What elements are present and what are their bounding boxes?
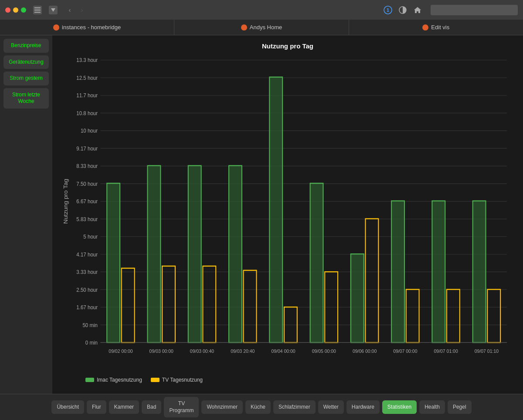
nav-btn-wohnzimmer[interactable]: Wohnzimmer xyxy=(201,400,242,414)
legend-color-tv xyxy=(151,378,160,382)
forward-button[interactable]: › xyxy=(77,5,87,15)
svg-text:1: 1 xyxy=(387,8,389,13)
back-button[interactable]: ‹ xyxy=(65,5,75,15)
svg-rect-56 xyxy=(244,270,257,343)
chart-title: Nutzung pro Tag xyxy=(59,42,516,50)
svg-rect-58 xyxy=(269,77,282,343)
svg-text:10.8 hour: 10.8 hour xyxy=(76,110,98,116)
sidebar-btn-strom-letzte-woche[interactable]: Strom letzte Woche xyxy=(3,88,49,109)
nav-btn-statistiken[interactable]: Statistiken xyxy=(382,400,417,414)
tab-icon-1 xyxy=(53,24,59,31)
password-icon[interactable]: 1 xyxy=(383,5,393,15)
nav-btn-kammer[interactable]: Kammer xyxy=(109,400,139,414)
svg-rect-66 xyxy=(351,254,364,342)
legend-item-imac: Imac Tagesnutzung xyxy=(85,377,142,383)
nav-btn-ubersicht[interactable]: Übersicht xyxy=(51,400,84,414)
svg-text:09/03 20:40: 09/03 20:40 xyxy=(231,348,255,354)
toolbar-icons: 1 xyxy=(383,5,518,15)
nav-btn-pegel[interactable]: Pegel xyxy=(448,400,472,414)
svg-text:0 min: 0 min xyxy=(85,339,98,346)
tab-andys-home[interactable]: Andys Home xyxy=(174,20,349,35)
sidebar: Benzinpreise Gerätenutzung Strom gestern… xyxy=(0,35,52,394)
nav-btn-wetter[interactable]: Wetter xyxy=(318,400,344,414)
svg-rect-42 xyxy=(107,183,120,342)
svg-rect-78 xyxy=(473,201,486,343)
svg-rect-80 xyxy=(487,290,500,343)
svg-rect-48 xyxy=(162,266,175,342)
svg-text:09/07 01:10: 09/07 01:10 xyxy=(475,348,499,354)
svg-rect-74 xyxy=(432,201,445,343)
chart-svg: 0 min50 min1.67 hour2.50 hour3.33 hour4.… xyxy=(59,55,516,373)
legend-item-tv: TV Tagesnutzung xyxy=(151,377,203,383)
browser-tabs: instances - homebridge Andys Home Edit v… xyxy=(0,20,523,35)
svg-rect-46 xyxy=(148,166,161,343)
svg-text:50 min: 50 min xyxy=(82,322,98,328)
chart-legend: Imac Tagesnutzung TV Tagesnutzung xyxy=(59,377,516,383)
svg-rect-0 xyxy=(34,7,41,8)
maximize-button[interactable] xyxy=(21,7,26,13)
sidebar-btn-benzinpreise[interactable]: Benzinpreise xyxy=(3,39,49,53)
traffic-lights xyxy=(5,7,26,13)
svg-rect-76 xyxy=(447,290,460,343)
bottom-nav: Übersicht Flur Kammer Bad TVProgramm Woh… xyxy=(0,394,523,420)
svg-text:7.50 hour: 7.50 hour xyxy=(76,181,98,187)
svg-text:09/05 00:00: 09/05 00:00 xyxy=(312,348,336,354)
dropdown-button[interactable] xyxy=(49,6,58,14)
search-input[interactable] xyxy=(431,5,518,15)
nav-btn-tv-programm[interactable]: TVProgramm xyxy=(164,397,199,417)
tab-instances-homebridge[interactable]: instances - homebridge xyxy=(0,20,174,35)
svg-text:09/07 01:00: 09/07 01:00 xyxy=(434,348,458,354)
svg-rect-72 xyxy=(406,290,419,343)
svg-text:9.17 hour: 9.17 hour xyxy=(76,145,98,152)
home-icon[interactable] xyxy=(412,5,423,15)
svg-rect-68 xyxy=(365,219,378,342)
tab-edit-vis[interactable]: Edit vis xyxy=(349,20,523,35)
svg-text:1.67 hour: 1.67 hour xyxy=(76,304,98,311)
legend-color-imac xyxy=(85,378,94,382)
svg-text:8.33 hour: 8.33 hour xyxy=(76,163,98,170)
svg-text:3.33 hour: 3.33 hour xyxy=(76,269,98,276)
svg-marker-3 xyxy=(51,8,55,12)
svg-rect-52 xyxy=(203,266,216,342)
contrast-icon[interactable] xyxy=(397,5,408,15)
nav-btn-hardware[interactable]: Hardware xyxy=(346,400,380,414)
nav-btn-health[interactable]: Health xyxy=(419,400,445,414)
nav-btn-schlafzimmer[interactable]: Schlafzimmer xyxy=(273,400,316,414)
sidebar-btn-strom-gestern[interactable]: Strom gestern xyxy=(3,72,49,85)
chart-area: Nutzung pro Tag 0 min50 min1.67 hour2.50… xyxy=(52,35,523,394)
svg-text:5 hour: 5 hour xyxy=(83,234,98,240)
svg-text:5.83 hour: 5.83 hour xyxy=(76,216,98,222)
close-button[interactable] xyxy=(5,7,10,13)
svg-rect-62 xyxy=(310,183,323,342)
svg-text:09/07 00:00: 09/07 00:00 xyxy=(393,348,417,354)
svg-text:12.5 hour: 12.5 hour xyxy=(76,75,98,81)
svg-text:10 hour: 10 hour xyxy=(81,128,98,134)
chart-container: 0 min50 min1.67 hour2.50 hour3.33 hour4.… xyxy=(59,55,516,373)
minimize-button[interactable] xyxy=(13,7,18,13)
svg-rect-1 xyxy=(34,10,41,10)
sidebar-btn-geraetenutzung[interactable]: Gerätenutzung xyxy=(3,55,49,69)
title-bar: ‹ › 1 xyxy=(0,0,523,20)
svg-text:13.3 hour: 13.3 hour xyxy=(76,57,98,64)
svg-text:6.67 hour: 6.67 hour xyxy=(76,198,98,205)
svg-text:09/03 00:40: 09/03 00:40 xyxy=(190,348,214,354)
nav-btn-kuche[interactable]: Küche xyxy=(245,400,271,414)
svg-text:4.17 hour: 4.17 hour xyxy=(76,251,98,258)
svg-text:09/06 00:00: 09/06 00:00 xyxy=(353,348,377,354)
nav-btn-flur[interactable]: Flur xyxy=(87,400,106,414)
svg-text:2.50 hour: 2.50 hour xyxy=(76,287,98,293)
svg-rect-70 xyxy=(391,201,404,343)
svg-rect-50 xyxy=(188,166,201,343)
svg-text:09/04 00:00: 09/04 00:00 xyxy=(271,348,295,354)
svg-text:09/02 00:00: 09/02 00:00 xyxy=(109,348,132,354)
svg-text:Nutzung pro Tag: Nutzung pro Tag xyxy=(63,179,69,224)
tab-icon-2 xyxy=(241,24,247,31)
svg-text:09/03 00:00: 09/03 00:00 xyxy=(149,348,173,354)
nav-buttons: ‹ › xyxy=(65,5,87,15)
svg-rect-44 xyxy=(122,268,135,342)
sidebar-toggle-button[interactable] xyxy=(33,6,42,14)
svg-text:11.7 hour: 11.7 hour xyxy=(76,92,98,99)
svg-rect-2 xyxy=(34,12,41,13)
nav-btn-bad[interactable]: Bad xyxy=(142,400,161,414)
svg-rect-54 xyxy=(229,166,242,343)
